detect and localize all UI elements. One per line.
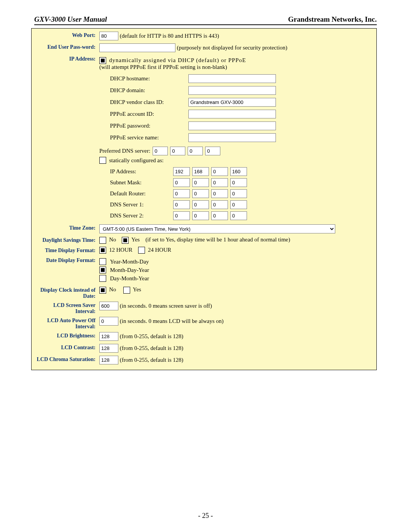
radio-static[interactable] [99,157,106,164]
brightness-hint: (from 0-255, default is 128) [120,333,183,339]
s-ip-2[interactable] [192,167,209,176]
pref-dns-3[interactable] [188,147,203,155]
label-chroma: LCD Chroma Saturation: [35,355,98,367]
s-dns2-4[interactable] [230,211,247,220]
end-user-pw-input[interactable] [99,43,175,52]
s-ip-3[interactable] [211,167,228,176]
s-mask-3[interactable] [211,178,228,187]
s-mask-lbl: Subnet Mask: [110,177,173,188]
radio-12h[interactable] [99,247,106,254]
static-sub-table: IP Address: Subnet Mask: Default Router: [110,166,249,221]
end-user-pw-hint: (purposely not displayed for security pr… [177,45,287,51]
s-router-2[interactable] [192,189,209,198]
pref-dns-lbl: Preferred DNS server: [99,148,150,154]
page: GXV-3000 User Manual Grandstream Network… [0,0,411,532]
radio-24h[interactable] [138,247,145,254]
radio-mdy[interactable] [99,267,106,273]
s-router-1[interactable] [173,189,190,198]
web-port-hint: (default for HTTP is 80 and HTTPS is 443… [120,33,219,39]
dhcp-domain-input[interactable] [188,86,276,95]
scr-saver-hint: (in seconds. 0 means screen saver is off… [120,303,212,309]
dhcp-vendor-input[interactable] [188,98,276,107]
lbl-12h: 12 HOUR [109,247,132,253]
s-dns1-3[interactable] [211,200,228,209]
header-left: GXV-3000 User Manual [34,15,107,24]
s-mask-1[interactable] [173,178,190,187]
s-dns1-1[interactable] [173,200,190,209]
dhcp-hint: (will attempt PPPoE first if PPPoE setti… [99,64,227,70]
dhcp-hostname-lbl: DHCP hostname: [110,73,188,85]
dst-no-lbl: No [109,236,116,243]
s-router-3[interactable] [211,189,228,198]
contrast-hint: (from 0-255, default is 128) [120,345,183,351]
lbl-ymd: Year-Month-Day [110,259,149,265]
label-time-zone: Time Zone: [35,224,98,236]
brightness-input[interactable] [99,332,118,341]
radio-dst-no[interactable] [99,237,106,244]
pref-dns-2[interactable] [170,147,185,155]
pppoe-pw-input[interactable] [188,121,276,130]
lbl-mdy: Month-Day-Year [110,267,149,273]
chroma-hint: (from 0-255, default is 128) [120,357,183,363]
radio-dmy[interactable] [99,275,106,282]
s-router-lbl: Default Router: [110,188,173,199]
auto-off-input[interactable] [99,317,118,326]
radio-clock-yes[interactable] [123,287,130,294]
label-scr-saver: LCD Screen Saver Interval: [35,301,98,316]
s-mask-2[interactable] [192,178,209,187]
pref-dns-4[interactable] [205,147,220,155]
dhcp-sub-table: DHCP hostname: DHCP domain: DHCP vendor … [110,73,278,144]
dst-hint: (if set to Yes, display time will be 1 h… [145,236,290,243]
scr-saver-input[interactable] [99,302,118,310]
label-date-fmt: Date Display Format: [35,256,98,286]
s-dns2-2[interactable] [192,211,209,220]
pref-dns-1[interactable] [153,147,168,155]
time-zone-select[interactable]: GMT-5:00 (US Eastern Time, New York) [99,224,335,233]
header-right: Grandstream Networks, Inc. [288,15,377,24]
s-dns1-4[interactable] [230,200,247,209]
radio-clock-no[interactable] [99,287,106,294]
pppoe-svc-lbl: PPPoE service name: [110,132,188,144]
s-mask-4[interactable] [230,178,247,187]
label-auto-off: LCD Auto Power Off Interval: [35,316,98,331]
contrast-input[interactable] [99,344,118,353]
dst-yes-lbl: Yes [131,236,140,243]
dhcp-domain-lbl: DHCP domain: [110,85,188,96]
label-dst: Daylight Savings Time: [35,236,98,246]
s-ip-4[interactable] [230,167,247,176]
label-end-user-pw: End User Pass-word: [35,43,98,54]
lbl-24h: 24 HOUR [148,247,171,253]
s-ip-1[interactable] [173,167,190,176]
s-dns1-2[interactable] [192,200,209,209]
chroma-input[interactable] [99,356,118,364]
s-dns2-3[interactable] [211,211,228,220]
s-ip-lbl: IP Address: [110,166,173,177]
dhcp-hostname-input[interactable] [188,74,276,83]
pppoe-acct-lbl: PPPoE account ID: [110,108,188,120]
page-number: - 25 - [0,512,411,520]
lbl-clock-yes: Yes [133,286,141,292]
web-port-input[interactable] [99,32,118,40]
label-time-fmt: Time Display Format: [35,246,98,256]
radio-ymd[interactable] [99,258,106,265]
label-clock-date: Display Clock instead of Date: [35,286,98,301]
settings-panel: Web Port: (default for HTTP is 80 and HT… [31,28,377,370]
lbl-dmy: Day-Month-Year [110,275,149,282]
dhcp-text: dynamically assigned via DHCP (default) … [109,57,246,64]
label-web-port: Web Port: [35,31,98,43]
dhcp-vendor-lbl: DHCP vendor class ID: [110,96,188,108]
lbl-clock-no: No [109,286,116,292]
label-contrast: LCD Contrast: [35,343,98,355]
radio-dhcp[interactable] [99,57,106,64]
pppoe-svc-input[interactable] [188,133,276,142]
s-dns1-lbl: DNS Server 1: [110,199,173,210]
radio-dst-yes[interactable] [122,237,129,244]
s-router-4[interactable] [230,189,247,198]
settings-form: Web Port: (default for HTTP is 80 and HT… [35,31,373,367]
static-text: statically configured as: [109,157,164,164]
page-header: GXV-3000 User Manual Grandstream Network… [34,15,377,25]
pppoe-acct-input[interactable] [188,110,276,118]
auto-off-hint: (in seconds. 0 means LCD will be always … [120,318,224,324]
s-dns2-1[interactable] [173,211,190,220]
pppoe-pw-lbl: PPPoE password: [110,120,188,132]
